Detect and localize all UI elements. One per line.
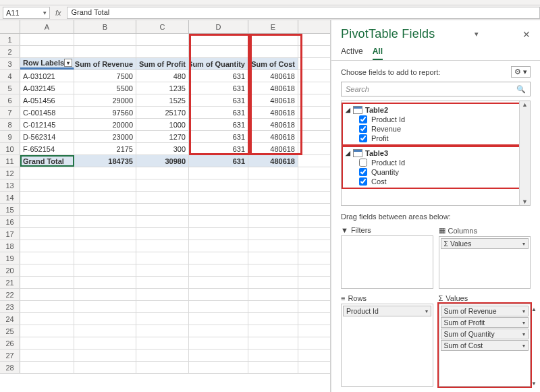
cell[interactable]: 480618: [248, 131, 298, 142]
cell[interactable]: 631: [189, 70, 248, 82]
cell[interactable]: [248, 252, 298, 264]
row-header[interactable]: 20: [0, 264, 20, 276]
cell[interactable]: [74, 46, 136, 57]
row-4[interactable]: 4A-0310217500480631480618: [0, 70, 330, 82]
cell[interactable]: [20, 167, 74, 179]
cell[interactable]: 25170: [136, 107, 189, 118]
row-28[interactable]: 28: [0, 362, 330, 374]
cell[interactable]: [74, 362, 136, 373]
col-header-e[interactable]: E: [248, 20, 298, 33]
field-checkbox[interactable]: [359, 115, 367, 123]
row-18[interactable]: 18: [0, 240, 330, 252]
gear-icon[interactable]: ⚙ ▾: [511, 66, 531, 78]
row-19[interactable]: 19: [0, 252, 330, 264]
cell[interactable]: [136, 337, 189, 349]
cell[interactable]: 480618: [248, 143, 298, 155]
cell[interactable]: [20, 325, 74, 337]
cell[interactable]: D-562314: [20, 131, 74, 142]
cell[interactable]: 1000: [136, 119, 189, 130]
zone-tag[interactable]: Sum of Profit▾: [441, 317, 529, 328]
cell[interactable]: [20, 337, 74, 349]
cell[interactable]: [74, 313, 136, 325]
cell[interactable]: [20, 34, 74, 45]
cell[interactable]: [189, 34, 248, 45]
cell[interactable]: 2175: [74, 143, 136, 155]
row-20[interactable]: 20: [0, 264, 330, 277]
cell[interactable]: [20, 277, 74, 288]
cell[interactable]: [189, 228, 248, 240]
cell[interactable]: [248, 313, 298, 325]
field-item[interactable]: Profit: [344, 134, 527, 143]
table-table3[interactable]: ◢Table3Product IdQuantityCost: [343, 147, 529, 188]
col-header-c[interactable]: C: [136, 20, 189, 33]
cell[interactable]: [74, 228, 136, 240]
cell[interactable]: 300: [136, 143, 189, 155]
cell[interactable]: 631: [189, 107, 248, 118]
row-14[interactable]: 14: [0, 192, 330, 204]
cell[interactable]: 631: [189, 82, 248, 94]
panel-dropdown-icon[interactable]: ▾: [475, 30, 479, 38]
field-item[interactable]: Product Id: [344, 158, 527, 167]
cell[interactable]: [248, 337, 298, 349]
cell[interactable]: 480618: [248, 155, 298, 167]
row-header[interactable]: 24: [0, 313, 20, 325]
cell[interactable]: [136, 179, 189, 191]
cell[interactable]: [136, 277, 189, 288]
cell[interactable]: [20, 179, 74, 191]
row-header[interactable]: 7: [0, 107, 20, 118]
field-item[interactable]: Quantity: [344, 167, 527, 177]
field-item[interactable]: Revenue: [344, 124, 527, 134]
cell[interactable]: [136, 252, 189, 264]
cell[interactable]: [74, 325, 136, 337]
cell[interactable]: [136, 289, 189, 300]
row-11[interactable]: 11Grand Total18473530980631480618: [0, 155, 330, 167]
row-header[interactable]: 17: [0, 228, 20, 240]
cell[interactable]: [248, 192, 298, 203]
cell[interactable]: 480618: [248, 82, 298, 94]
tab-all[interactable]: All: [373, 44, 383, 60]
field-list[interactable]: ◢Table2Product IdRevenueProfit◢Table3Pro…: [341, 101, 531, 206]
row-9[interactable]: 9D-562314230001270631480618: [0, 131, 330, 143]
cell[interactable]: [189, 349, 248, 361]
cell[interactable]: [136, 313, 189, 325]
row-8[interactable]: 8C-012145200001000631480618: [0, 119, 330, 131]
cell[interactable]: [189, 240, 248, 252]
cell[interactable]: [136, 325, 189, 337]
row-header[interactable]: 19: [0, 252, 20, 264]
cell[interactable]: [248, 325, 298, 337]
row-header[interactable]: 4: [0, 70, 20, 82]
cell[interactable]: [136, 362, 189, 373]
cell[interactable]: [189, 192, 248, 203]
cell[interactable]: [20, 289, 74, 300]
zone-columns-body[interactable]: Σ Values▾: [439, 236, 531, 289]
zone-filters-body[interactable]: [341, 235, 433, 289]
cell[interactable]: [74, 179, 136, 191]
cell[interactable]: [20, 240, 74, 252]
cell[interactable]: [20, 362, 74, 373]
formula-bar[interactable]: Grand Total: [67, 7, 540, 19]
cell[interactable]: [20, 46, 74, 57]
name-box[interactable]: A11 ▾: [3, 7, 50, 19]
cell[interactable]: [136, 264, 189, 276]
cell[interactable]: A-051456: [20, 94, 74, 106]
field-checkbox[interactable]: [359, 125, 367, 133]
cell[interactable]: [189, 46, 248, 57]
cell[interactable]: F-652154: [20, 143, 74, 155]
row-24[interactable]: 24: [0, 313, 330, 325]
zone-rows-body[interactable]: Product Id▾: [341, 304, 433, 387]
cell[interactable]: 97560: [74, 107, 136, 118]
row-3[interactable]: 3Row Labels▾Sum of RevenueSum of ProfitS…: [0, 58, 330, 70]
cell[interactable]: [74, 337, 136, 349]
cell[interactable]: [74, 204, 136, 215]
cell[interactable]: 480618: [248, 94, 298, 106]
cell[interactable]: 631: [189, 155, 248, 167]
row-5[interactable]: 5A-03214555001235631480618: [0, 82, 330, 94]
row-2[interactable]: 2: [0, 46, 330, 58]
cell[interactable]: [248, 216, 298, 227]
cell[interactable]: [74, 289, 136, 300]
cell[interactable]: [136, 167, 189, 179]
cell[interactable]: [189, 264, 248, 276]
cell[interactable]: [74, 252, 136, 264]
cell[interactable]: [74, 192, 136, 203]
row-header[interactable]: 13: [0, 179, 20, 191]
